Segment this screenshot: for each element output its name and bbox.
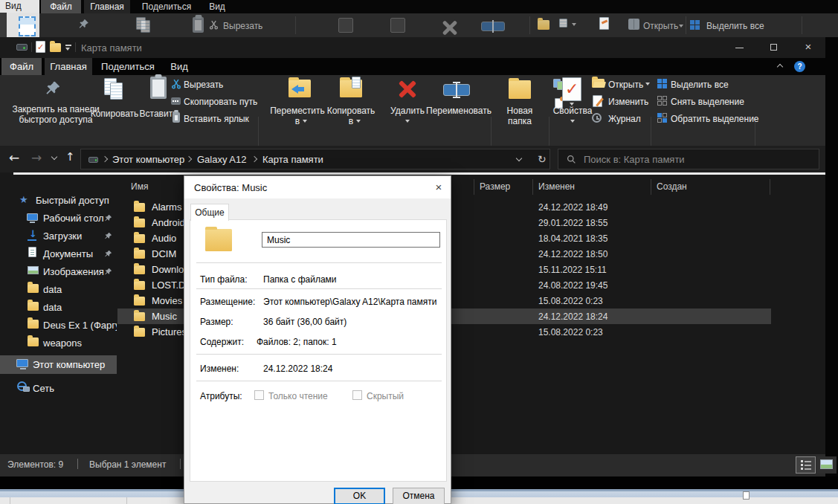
drive-icon bbox=[16, 44, 28, 51]
tab-file[interactable]: Файл bbox=[1, 58, 42, 75]
attributes-label: Атрибуты: bbox=[200, 391, 242, 401]
thumbnails-view-icon bbox=[820, 459, 833, 469]
up-button[interactable]: ↑ bbox=[65, 150, 75, 164]
ok-button[interactable]: OK bbox=[334, 488, 385, 504]
select-all-button[interactable]: Выделить все bbox=[654, 77, 752, 91]
pin-icon bbox=[104, 214, 112, 222]
folder-icon bbox=[28, 302, 39, 311]
copy-path-button[interactable]: Скопировать путь bbox=[168, 94, 256, 109]
contains-value: Файлов: 2; папок: 1 bbox=[257, 337, 337, 347]
downloads-icon: ↓ bbox=[29, 228, 37, 239]
minimize-button[interactable] bbox=[723, 37, 757, 58]
folder-icon bbox=[28, 337, 39, 346]
sidebar-item-downloads[interactable]: ↓ Загрузки bbox=[0, 227, 117, 245]
titlebar[interactable]: ✓ Карта памяти × bbox=[0, 37, 825, 58]
back-button[interactable]: ← bbox=[9, 150, 19, 165]
network-icon bbox=[23, 387, 30, 392]
qat-folder-icon[interactable] bbox=[50, 43, 61, 52]
bg-tab-share[interactable]: Поделиться bbox=[138, 0, 195, 13]
cancel-button[interactable]: Отмена bbox=[393, 488, 445, 504]
search-box[interactable] bbox=[558, 149, 819, 169]
sidebar-item-pictures[interactable]: Изображения bbox=[0, 263, 117, 281]
sidebar-item-quick-access[interactable]: ★ Быстрый доступ bbox=[0, 192, 117, 210]
breadcrumb-chevron-icon[interactable] bbox=[251, 156, 257, 162]
dialog-close-button[interactable]: × bbox=[430, 179, 448, 196]
qat-customize-icon[interactable] bbox=[65, 45, 71, 51]
invert-selection-button[interactable]: Обратить выделение bbox=[654, 112, 755, 126]
column-header-created[interactable]: Создан bbox=[657, 181, 687, 192]
pin-icon bbox=[45, 80, 61, 97]
copy-path-icon bbox=[171, 97, 181, 105]
new-folder-icon bbox=[509, 80, 531, 99]
column-header-size[interactable]: Размер bbox=[480, 181, 510, 192]
far-window-edge bbox=[0, 13, 7, 37]
search-input[interactable] bbox=[584, 151, 807, 167]
pane-top-highlight bbox=[13, 172, 825, 175]
screen: Вид Файл Главная Поделиться Вид Вырезать bbox=[0, 0, 838, 504]
breadcrumb-device[interactable]: Galaxy A12 bbox=[197, 154, 247, 165]
sidebar-item-this-pc[interactable]: Этот компьютер bbox=[0, 355, 117, 374]
sidebar-item-weapons[interactable]: weapons bbox=[0, 335, 117, 352]
sidebar-item-data1[interactable]: data bbox=[0, 281, 117, 299]
readonly-label: Только чтение bbox=[268, 391, 328, 401]
far-window-view-menu[interactable]: Вид bbox=[5, 1, 22, 11]
folder-icon bbox=[134, 265, 145, 274]
sidebar-item-desktop[interactable]: Рабочий стол bbox=[0, 210, 117, 227]
bg-tab-home[interactable]: Главная bbox=[84, 0, 130, 13]
thumbnails-view-button[interactable] bbox=[816, 456, 837, 474]
details-view-button[interactable] bbox=[796, 456, 816, 474]
rename-button[interactable]: Переименовать bbox=[415, 77, 503, 130]
new-folder-button[interactable]: Новая папка bbox=[491, 77, 549, 130]
maximize-button[interactable] bbox=[757, 37, 791, 58]
new-folder-icon bbox=[538, 20, 549, 30]
contains-label: Содержит: bbox=[200, 337, 244, 347]
bg-tab-view[interactable]: Вид bbox=[202, 0, 232, 13]
refresh-button[interactable]: ↻ bbox=[538, 153, 547, 165]
copy-icon bbox=[141, 20, 150, 33]
recent-locations-icon[interactable] bbox=[51, 154, 57, 160]
tab-share[interactable]: Поделиться bbox=[98, 58, 158, 75]
cut-button[interactable]: Вырезать bbox=[168, 77, 256, 91]
help-button[interactable]: ? bbox=[794, 61, 805, 72]
select-none-button[interactable]: Снять выделение bbox=[654, 94, 752, 109]
divider bbox=[75, 42, 76, 52]
address-dropdown-icon[interactable] bbox=[516, 155, 522, 161]
tab-home[interactable]: Главная bbox=[45, 58, 92, 75]
folder-name-input[interactable] bbox=[262, 232, 440, 248]
divider bbox=[802, 16, 802, 34]
dialog-panel: Тип файла: Папка с файлами Размещение: Э… bbox=[190, 219, 447, 482]
address-bar[interactable]: Этот компьютер Galaxy A12 Карта памяти ↻ bbox=[80, 149, 550, 169]
readonly-checkbox[interactable] bbox=[254, 390, 264, 400]
qat-properties-icon[interactable]: ✓ bbox=[36, 41, 45, 53]
properties-dialog: Свойства: Music × Общие Тип файла: Папка… bbox=[184, 175, 451, 504]
dialog-titlebar[interactable]: Свойства: Music × bbox=[184, 176, 451, 198]
breadcrumb-this-pc[interactable]: Этот компьютер bbox=[112, 154, 184, 165]
sidebar-item-documents[interactable]: Документы bbox=[0, 245, 117, 263]
background-window-tabbar: Файл Главная Поделиться Вид bbox=[39, 0, 838, 13]
sidebar-item-deus-ex[interactable]: Deus Ex 1 (Фаргус ( bbox=[0, 317, 117, 335]
bg-tab-file[interactable]: Файл bbox=[41, 0, 81, 13]
collapse-ribbon-icon[interactable] bbox=[777, 64, 783, 70]
bg-select-all-label[interactable]: Выделить все bbox=[706, 21, 764, 31]
column-header-name[interactable]: Имя bbox=[131, 181, 148, 192]
breadcrumb-chevron-icon[interactable] bbox=[186, 156, 192, 162]
scissors-icon bbox=[209, 20, 219, 30]
ribbon-tabbar: Файл Главная Поделиться Вид ? bbox=[0, 58, 825, 75]
bg-open-label[interactable]: Открыть bbox=[643, 21, 678, 31]
dropdown-arrow-icon bbox=[679, 25, 683, 28]
hidden-checkbox[interactable] bbox=[352, 390, 362, 400]
close-button[interactable]: × bbox=[791, 37, 825, 58]
sidebar-item-data2[interactable]: data bbox=[0, 299, 117, 317]
this-pc-icon bbox=[16, 359, 28, 367]
status-selection: Выбран 1 элемент bbox=[89, 459, 166, 470]
breadcrumb-sdcard[interactable]: Карта памяти bbox=[262, 154, 323, 165]
dialog-tab-general[interactable]: Общие bbox=[190, 204, 229, 221]
column-header-modified[interactable]: Изменен bbox=[538, 181, 575, 192]
forward-button[interactable]: → bbox=[31, 150, 42, 165]
bg-cut-label[interactable]: Вырезать bbox=[223, 21, 262, 31]
resize-grip[interactable] bbox=[743, 491, 750, 500]
paste-shortcut-button[interactable]: Вставить ярлык bbox=[168, 112, 256, 126]
tab-view[interactable]: Вид bbox=[164, 58, 195, 75]
breadcrumb-chevron-icon[interactable] bbox=[102, 156, 108, 162]
sidebar-item-network[interactable]: Сеть bbox=[0, 379, 117, 397]
